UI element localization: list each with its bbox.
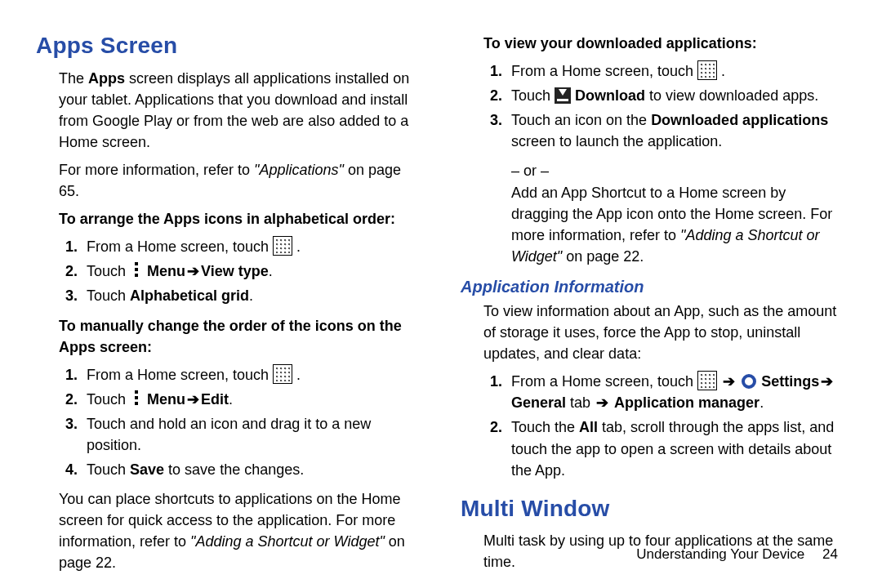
text: Touch — [511, 87, 555, 104]
footer-section: Understanding Your Device — [636, 546, 804, 562]
text-bold: Menu — [147, 391, 185, 408]
text: From a Home screen, touch — [511, 373, 697, 390]
text-bold: Settings — [761, 373, 819, 390]
text-bold: General — [511, 394, 566, 411]
text: . — [249, 287, 253, 304]
step: Touch Download to view downloaded apps. — [506, 85, 846, 106]
step: Touch Alphabetical grid. — [82, 285, 421, 306]
steps-alpha-order: From a Home screen, touch . Touch Menu➔V… — [36, 236, 421, 306]
text: The — [59, 70, 88, 87]
app-info-intro: To view information about an App, such a… — [461, 301, 846, 364]
apps-icon — [697, 60, 717, 80]
text: Touch the — [511, 419, 579, 435]
page: Apps Screen The Apps screen displays all… — [0, 0, 882, 588]
text: to save the changes. — [164, 461, 304, 478]
step: From a Home screen, touch . — [506, 60, 846, 82]
text-italic: "Adding a Shortcut or Widget" — [190, 533, 385, 550]
step: Touch Menu➔Edit. — [82, 389, 421, 410]
text: From a Home screen, touch — [87, 238, 273, 255]
arrow-icon: ➔ — [819, 373, 835, 390]
or-separator: – or – — [461, 160, 846, 181]
arrow-icon: ➔ — [185, 263, 201, 279]
step: Touch Menu➔View type. — [82, 261, 421, 282]
text: . — [229, 391, 233, 408]
text: Touch an icon on the — [511, 112, 651, 128]
text: on page 22. — [562, 248, 644, 265]
text-bold: Edit — [201, 391, 229, 408]
text: Touch — [87, 461, 130, 478]
step: From a Home screen, touch . — [82, 364, 421, 385]
menu-icon — [130, 389, 143, 407]
text-bold: Downloaded applications — [651, 112, 828, 128]
intro-paragraph-1: The Apps screen displays all application… — [36, 68, 421, 153]
steps-app-info: From a Home screen, touch ➔ Settings➔ Ge… — [461, 371, 846, 480]
apps-icon — [273, 364, 292, 384]
steps-view-downloaded: From a Home screen, touch . Touch Downlo… — [461, 60, 846, 152]
text-bold: Download — [575, 87, 645, 104]
text: Touch — [87, 391, 130, 408]
text-bold: Apps — [88, 70, 125, 87]
arrow-icon: ➔ — [721, 373, 737, 390]
text: . — [292, 367, 301, 383]
heading-apps-screen: Apps Screen — [36, 29, 421, 63]
step: From a Home screen, touch ➔ Settings➔ Ge… — [506, 371, 846, 413]
subhead-view-downloaded: To view your downloaded applications: — [461, 33, 846, 54]
settings-icon — [741, 373, 757, 390]
step: Touch an icon on the Downloaded applicat… — [506, 109, 846, 152]
text-italic: "Applications" — [254, 162, 344, 178]
step: Touch and hold an icon and drag it to a … — [82, 413, 421, 456]
step: Touch Save to save the changes. — [82, 459, 421, 480]
text: . — [269, 263, 273, 279]
post-paragraph: You can place shortcuts to applications … — [36, 488, 421, 573]
text-bold: Application manager — [614, 394, 760, 411]
text: Touch — [87, 287, 130, 304]
text-bold: Save — [130, 461, 164, 478]
add-shortcut-paragraph: Add an App Shortcut to a Home screen by … — [461, 182, 846, 267]
subhead-manual-order: To manually change the order of the icon… — [36, 315, 421, 358]
left-column: Apps Screen The Apps screen displays all… — [36, 29, 421, 588]
text: For more information, refer to — [59, 162, 254, 178]
text-bold: View type — [201, 263, 269, 279]
step: Touch the All tab, scroll through the ap… — [506, 416, 846, 480]
page-footer: Understanding Your Device 24 — [636, 545, 838, 565]
arrow-icon: ➔ — [185, 391, 201, 408]
text-bold: All — [579, 419, 598, 435]
heading-multi-window: Multi Window — [461, 492, 846, 526]
text: screen to launch the application. — [511, 133, 722, 149]
text: Touch — [87, 263, 130, 279]
step: From a Home screen, touch . — [82, 236, 421, 257]
footer-page-number: 24 — [808, 545, 838, 565]
subhead-alpha-order: To arrange the Apps icons in alphabetica… — [36, 208, 421, 229]
right-column: To view your downloaded applications: Fr… — [461, 29, 846, 588]
text: From a Home screen, touch — [511, 63, 697, 79]
text: tab — [566, 394, 595, 411]
intro-paragraph-2: For more information, refer to "Applicat… — [36, 159, 421, 202]
text-bold: Menu — [147, 263, 185, 279]
menu-icon — [130, 261, 143, 278]
steps-manual-order: From a Home screen, touch . Touch Menu➔E… — [36, 364, 421, 480]
text: to view downloaded apps. — [645, 87, 818, 104]
text: . — [717, 63, 725, 79]
heading-application-information: Application Information — [461, 275, 846, 299]
arrow-icon: ➔ — [595, 394, 610, 411]
download-icon — [555, 87, 571, 104]
text: . — [292, 238, 301, 255]
apps-icon — [273, 236, 292, 256]
text: From a Home screen, touch — [87, 367, 273, 383]
text-bold: Alphabetical grid — [130, 287, 249, 304]
apps-icon — [697, 371, 717, 390]
